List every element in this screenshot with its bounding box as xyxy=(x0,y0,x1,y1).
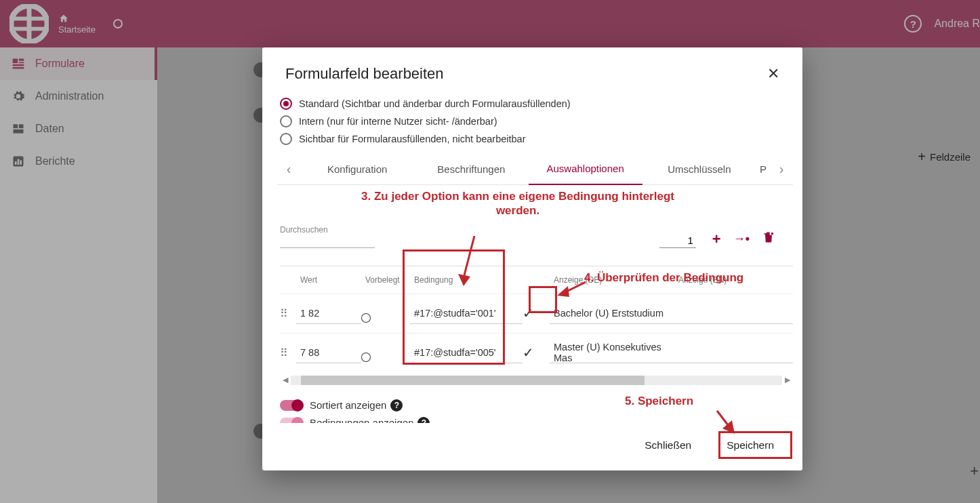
visibility-radio-group: Standard (Sichtbar und änderbar durch Fo… xyxy=(277,92,802,153)
toggle-label: Sortiert anzeigen xyxy=(310,399,386,411)
col-anzeige-de: Anzeige (DE) xyxy=(550,275,674,285)
toggle-label: Bedingungen anzeigen xyxy=(310,417,413,423)
horizontal-scrollbar[interactable]: ◀ ▶ xyxy=(280,375,793,386)
radio-label: Intern (nur für interne Nutzer sicht- /ä… xyxy=(299,116,497,127)
radio-label: Standard (Sichtbar und änderbar durch Fo… xyxy=(299,98,571,109)
cell-anzeige-en[interactable] xyxy=(674,302,793,324)
cell-anzeige-de[interactable]: Master (U) Konsekutives Mas xyxy=(550,342,674,363)
tab-umschluesseln[interactable]: Umschlüsseln xyxy=(642,154,756,184)
import-icon[interactable]: →• xyxy=(733,232,750,246)
validate-condition-icon[interactable]: ✓ xyxy=(523,305,550,321)
switch-icon xyxy=(280,418,303,424)
cell-bedingung[interactable]: #17:@studfa='005' xyxy=(410,342,523,363)
tab-more[interactable]: P xyxy=(756,154,770,184)
col-bedingung: Bedingung xyxy=(410,275,523,285)
radio-icon xyxy=(280,115,292,127)
tab-beschriftungen[interactable]: Beschriftungen xyxy=(414,154,528,184)
options-table: Wert Vorbelegt Bedingung Anzeige (DE) An… xyxy=(280,266,793,372)
page-input[interactable] xyxy=(659,233,696,248)
close-icon[interactable]: ✕ xyxy=(767,65,779,83)
save-button[interactable]: Speichern xyxy=(718,434,782,457)
radio-icon xyxy=(280,133,292,145)
cell-bedingung[interactable]: #17:@studfa='001' xyxy=(410,302,523,324)
tab-auswahloptionen[interactable]: Auswahloptionen xyxy=(529,153,642,185)
col-anzeige-en: Anzeige (EN) xyxy=(674,275,793,285)
col-wert: Wert xyxy=(296,275,361,285)
cell-wert[interactable]: 7 88 xyxy=(296,342,361,363)
toggle-sorted[interactable]: Sortiert anzeigen ? xyxy=(277,394,802,411)
search-label: Durchsuchen xyxy=(280,225,375,235)
feldzeile-label: Feldzeile xyxy=(930,151,971,163)
help-icon[interactable]: ? xyxy=(390,399,403,411)
tab-scroll-right[interactable]: › xyxy=(770,161,793,177)
radio-label: Sichtbar für Formularausfüllenden, nicht… xyxy=(299,134,525,144)
toggle-conditions[interactable]: Bedingungen anzeigen ? xyxy=(277,411,802,424)
help-icon[interactable]: ? xyxy=(417,417,430,424)
search-input[interactable] xyxy=(280,235,375,248)
annotation-3: 3. Zu jeder Option kann eine eigene Bedi… xyxy=(361,190,674,217)
options-toolbar: Durchsuchen + →• xyxy=(277,216,802,251)
radio-visible-readonly[interactable]: Sichtbar für Formularausfüllenden, nicht… xyxy=(280,130,794,148)
cell-wert[interactable]: 1 82 xyxy=(296,302,361,324)
plus-icon: + xyxy=(918,149,926,165)
edit-field-modal: Formularfeld bearbeiten ✕ Standard (Sich… xyxy=(262,47,802,470)
tab-bar: ‹ Konfiguration Beschriftungen Auswahlop… xyxy=(277,153,793,185)
modal-title: Formularfeld bearbeiten xyxy=(285,65,444,83)
drag-handle-icon[interactable]: ⠿ xyxy=(280,346,296,359)
drag-handle-icon[interactable]: ⠿ xyxy=(280,307,296,320)
modal-footer: Schließen Speichern xyxy=(262,423,802,470)
validate-condition-icon[interactable]: ✓ xyxy=(523,344,550,361)
tab-konfiguration[interactable]: Konfiguration xyxy=(300,154,414,184)
radio-intern[interactable]: Intern (nur für interne Nutzer sicht- /ä… xyxy=(280,113,794,130)
table-row: ⠿ 7 88 #17:@studfa='005' ✓ Master (U) Ko… xyxy=(280,333,793,372)
radio-standard[interactable]: Standard (Sichtbar und änderbar durch Fo… xyxy=(280,95,794,113)
delete-all-icon[interactable] xyxy=(762,230,775,248)
table-row: ⠿ 1 82 #17:@studfa='001' ✓ Bachelor (U) … xyxy=(280,294,793,333)
add-button[interactable]: + xyxy=(970,462,979,480)
tab-scroll-left[interactable]: ‹ xyxy=(277,161,300,177)
add-feldzeile-button[interactable]: + Feldzeile xyxy=(911,145,977,169)
table-header: Wert Vorbelegt Bedingung Anzeige (DE) An… xyxy=(280,266,793,294)
close-button[interactable]: Schließen xyxy=(636,434,699,457)
col-vorbelegt: Vorbelegt xyxy=(361,275,410,285)
add-option-icon[interactable]: + xyxy=(712,230,721,248)
cell-anzeige-en[interactable] xyxy=(674,342,793,363)
radio-icon xyxy=(280,98,292,110)
switch-icon xyxy=(280,400,303,411)
cell-anzeige-de[interactable]: Bachelor (U) Erststudium xyxy=(550,302,674,324)
